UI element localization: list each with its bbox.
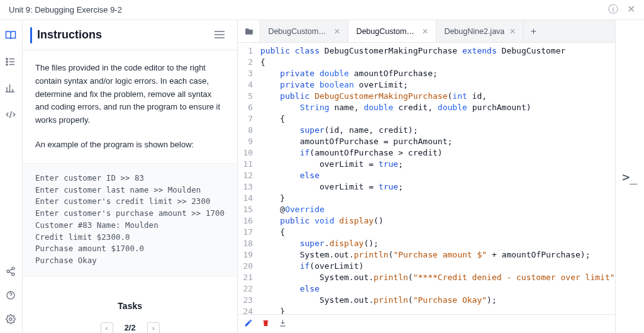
settings-icon[interactable] [4,313,17,325]
terminal-toggle-rail: >_ [616,20,644,333]
folder-icon[interactable] [238,20,260,42]
tasks-heading: Tasks [35,290,225,322]
example-output: Enter customer ID >> 83 Enter customer l… [23,163,237,276]
instructions-heading: Instructions [37,28,102,42]
checklist-icon[interactable] [4,55,17,68]
instructions-subtext: An example of the program is shown below… [35,138,225,152]
svg-point-18 [9,318,12,320]
svg-point-11 [12,267,14,269]
code-area[interactable]: 1234567891011121314151617181920212223242… [238,43,614,331]
active-indicator [30,27,32,43]
instructions-text: The files provided in the code editor to… [35,62,225,127]
close-icon[interactable]: ✕ [627,3,635,16]
line-gutter: 1234567891011121314151617181920212223242… [238,43,258,331]
svg-point-3 [6,58,8,59]
editor-toolbar [238,314,614,333]
svg-line-10 [10,111,12,118]
add-tab-button[interactable]: + [524,20,543,42]
editor-tab[interactable]: DebugCustomerM…✕ [348,20,436,42]
page-title: Unit 9: Debugging Exercise 9-2 [9,5,122,14]
editor-tabs: DebugCustomer.ja…✕DebugCustomerM…✕DebugN… [238,20,614,43]
task-page-indicator: 2/2 [125,322,136,333]
help-icon[interactable] [4,289,17,302]
tab-close-icon[interactable]: ✕ [334,27,340,36]
svg-line-14 [9,269,13,271]
prev-task-button[interactable]: ‹ [101,322,113,333]
svg-point-4 [6,61,8,62]
delete-icon[interactable] [262,319,270,329]
instructions-panel: Instructions The files provided in the c… [23,20,238,333]
svg-line-15 [9,272,13,274]
svg-point-12 [7,270,9,273]
next-task-button[interactable]: › [147,322,160,333]
terminal-icon[interactable]: >_ [622,169,637,184]
code-content[interactable]: public class DebugCustomerMakingPurchase… [258,43,615,331]
editor-tab[interactable]: DebugNine2.java✕ [436,20,524,42]
title-bar: Unit 9: Debugging Exercise 9-2 ⓘ ✕ [0,0,644,20]
svg-point-13 [12,273,14,276]
tab-close-icon[interactable]: ✕ [422,27,428,36]
tab-label: DebugNine2.java [444,27,504,36]
left-icon-rail [0,20,23,333]
tab-close-icon[interactable]: ✕ [509,27,516,36]
code-editor: DebugCustomer.ja…✕DebugCustomerM…✕DebugN… [238,20,615,333]
tab-label: DebugCustomer.ja… [268,27,329,36]
tab-label: DebugCustomerM… [356,27,417,36]
menu-icon[interactable] [214,30,225,41]
task-pager: ‹ 2/2 › [35,322,225,333]
book-icon[interactable] [4,29,17,42]
info-icon[interactable]: ⓘ [608,3,618,16]
chart-icon[interactable] [4,82,17,94]
download-icon[interactable] [279,319,287,329]
editor-tab[interactable]: DebugCustomer.ja…✕ [260,20,348,42]
edit-icon[interactable] [244,319,253,329]
share-icon[interactable] [4,265,17,278]
svg-point-5 [6,64,8,65]
code-icon[interactable] [4,108,17,121]
